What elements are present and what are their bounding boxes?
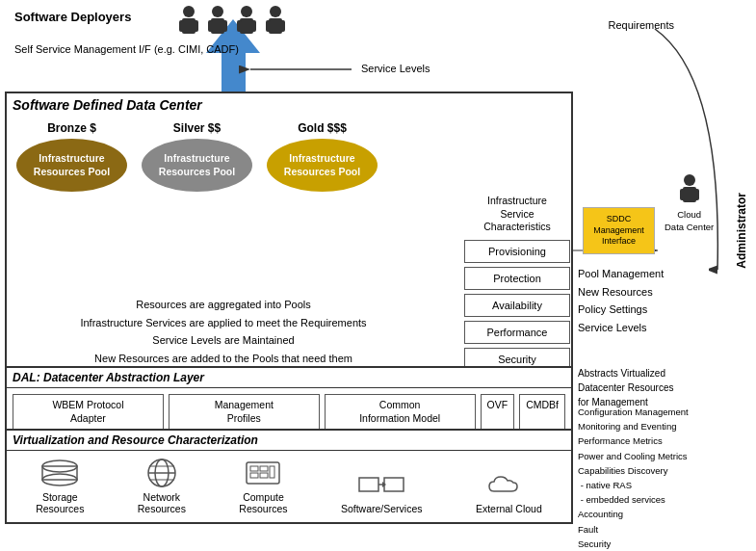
person-icon-4 <box>265 5 286 36</box>
config-line-6: - native RAS <box>578 478 689 492</box>
infra-service-title: InfrastructureServiceCharacteristics <box>464 195 570 234</box>
silver-label: Silver $$ <box>173 121 221 135</box>
svg-point-21 <box>684 174 695 186</box>
svg-rect-37 <box>260 473 268 478</box>
svg-rect-22 <box>683 187 696 202</box>
desc-line-3: Service Levels are Maintained <box>16 331 430 350</box>
abstracts-text: Abstracts VirtualizedDatacenter Resource… <box>578 366 742 409</box>
cloud-dc-section: CloudData Center <box>665 173 714 234</box>
dal-cim: CommonInformation Model <box>325 394 476 430</box>
software-label: Software/Services <box>341 503 423 514</box>
virt-box: Virtualization and Resource Characteriza… <box>5 429 573 524</box>
svg-rect-8 <box>194 20 198 32</box>
administrator-label: Administrator <box>735 193 748 269</box>
svg-rect-16 <box>251 20 256 32</box>
gold-pool: InfrastructureResources Pool <box>267 139 378 192</box>
desc-line-1: Resources are aggregated into Pools <box>16 296 430 314</box>
config-line-7: - embedded services <box>578 492 689 507</box>
silver-column: Silver $$ InfrastructureResources Pool <box>142 121 252 192</box>
compute-label: ComputeResources <box>239 491 287 514</box>
config-line-9: Fault <box>578 522 689 537</box>
config-line-2: Monitoring and Eventing <box>578 419 689 433</box>
config-line-8: Accounting <box>578 507 689 521</box>
gold-column: Gold $$$ InfrastructureResources Pool <box>267 121 378 192</box>
svg-rect-18 <box>269 18 282 34</box>
svg-rect-14 <box>240 18 253 34</box>
svg-rect-20 <box>280 20 285 32</box>
pool-mgmt-line-3: Policy Settings <box>578 301 664 319</box>
dal-wbem: WBEM ProtocolAdapter <box>13 394 164 430</box>
bronze-pool: InfrastructureResources Pool <box>16 139 127 192</box>
sddc-mgmt-label: SDDC Management Interface <box>593 214 644 246</box>
person-icon-2 <box>207 5 228 36</box>
pool-mgmt-text: Pool Management New Resources Policy Set… <box>578 265 664 337</box>
cloud-icon <box>484 470 533 499</box>
pool-mgmt-line-2: New Resources <box>578 283 664 302</box>
dal-cmdbf: CMDBf <box>519 394 565 430</box>
virt-title: Virtualization and Resource Characteriza… <box>7 431 571 451</box>
svg-rect-12 <box>222 20 227 32</box>
service-performance: Performance <box>464 321 570 344</box>
svg-rect-35 <box>260 466 268 471</box>
software-deployers-label: Software Deployers <box>14 10 131 24</box>
desc-line-4: New Resources are added to the Pools tha… <box>16 350 430 368</box>
software-services-item: Software/Services <box>341 470 423 514</box>
storage-label: StorageResources <box>36 491 84 514</box>
network-resources-item: NetworkResources <box>138 459 186 514</box>
svg-rect-15 <box>237 20 242 32</box>
svg-point-9 <box>212 6 223 17</box>
service-availability: Availability <box>464 294 570 317</box>
cloud-admin-person-icon <box>679 173 700 204</box>
top-section: Software Deployers <box>5 5 751 92</box>
storage-resources-item: StorageResources <box>36 459 84 514</box>
svg-rect-40 <box>384 478 404 491</box>
svg-rect-38 <box>270 466 274 478</box>
person-icons <box>178 5 286 36</box>
svg-rect-19 <box>266 20 271 32</box>
svg-rect-11 <box>208 20 213 32</box>
cloud-dc-label: CloudData Center <box>665 208 714 234</box>
network-label: NetworkResources <box>138 491 186 514</box>
service-protection: Protection <box>464 267 570 290</box>
config-line-3: Performance Metrics <box>578 433 689 448</box>
sddc-mgmt-box: SDDC Management Interface <box>583 207 655 254</box>
svg-rect-34 <box>250 466 258 471</box>
sddc-title: Software Defined Data Center <box>7 93 571 117</box>
svg-rect-36 <box>250 473 258 478</box>
config-text: Configuration Management Monitoring and … <box>578 405 689 551</box>
svg-rect-23 <box>680 189 685 200</box>
svg-rect-24 <box>694 189 699 200</box>
config-line-4: Power and Cooling Metrics <box>578 449 689 463</box>
compute-resources-item: ComputeResources <box>239 459 287 514</box>
svg-rect-39 <box>359 478 378 491</box>
svg-point-17 <box>270 6 281 17</box>
dal-ovf: OVF <box>481 394 515 430</box>
main-container: Software Deployers <box>0 0 756 551</box>
compute-icon <box>244 459 282 487</box>
svg-rect-26 <box>42 466 77 480</box>
external-cloud-item: External Cloud <box>476 470 542 514</box>
service-provisioning: Provisioning <box>464 240 570 263</box>
silver-pool: InfrastructureResources Pool <box>142 139 252 192</box>
desc-line-2: Infrastructure Services are applied to m… <box>16 314 430 332</box>
virt-items: StorageResources NetworkResources <box>7 451 571 522</box>
svg-point-5 <box>183 6 195 17</box>
pool-mgmt-line-1: Pool Management <box>578 265 664 283</box>
config-line-1: Configuration Management <box>578 405 689 419</box>
person-icon-3 <box>236 5 257 36</box>
dal-box: DAL: Datacenter Abstraction Layer WBEM P… <box>5 366 573 437</box>
svg-point-13 <box>241 6 252 17</box>
bronze-label: Bronze $ <box>47 121 96 135</box>
svg-rect-10 <box>211 18 224 34</box>
config-line-5: Capabilities Discovery <box>578 463 689 478</box>
pool-mgmt-line-4: Service Levels <box>578 319 664 337</box>
dal-title: DAL: Datacenter Abstraction Layer <box>7 368 571 388</box>
service-levels-text: Service Levels <box>361 63 430 74</box>
svg-rect-7 <box>179 20 184 32</box>
person-icon-1 <box>178 5 199 36</box>
self-service-label: Self Service Management I/F (e.g. CIMI, … <box>14 43 239 55</box>
dal-mgmt-profiles: ManagementProfiles <box>169 394 320 430</box>
storage-icon <box>40 459 79 487</box>
pools-row: Bronze $ InfrastructureResources Pool Si… <box>7 121 571 192</box>
svg-rect-6 <box>182 18 196 34</box>
